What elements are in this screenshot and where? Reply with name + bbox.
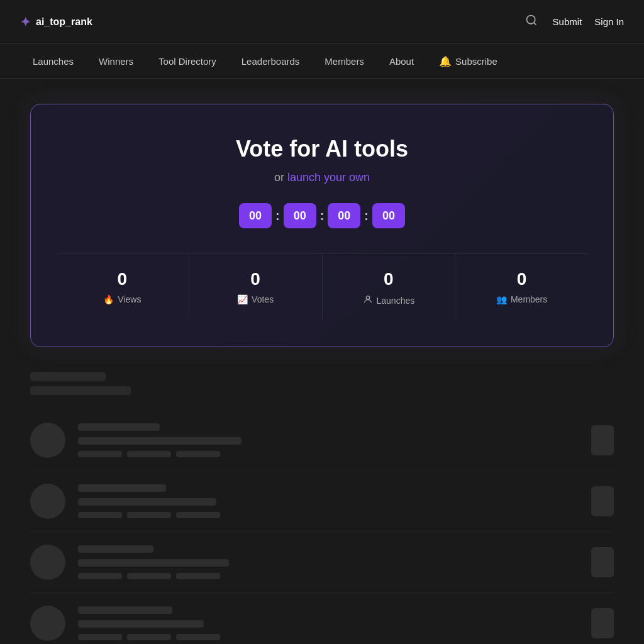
countdown-minutes: 00 xyxy=(284,203,316,228)
search-button[interactable] xyxy=(523,11,540,32)
stat-votes: 0 📈 Votes xyxy=(189,254,323,321)
skeleton-avatar-1 xyxy=(30,423,65,458)
skeleton-tag xyxy=(176,573,220,579)
skeleton-tag xyxy=(78,512,122,518)
stat-votes-number: 0 xyxy=(199,269,312,289)
skeleton-vote-4 xyxy=(591,608,614,638)
skeleton-tags-2 xyxy=(78,512,579,518)
skeleton-avatar-2 xyxy=(30,484,65,519)
hero-title: Vote for AI tools xyxy=(56,136,588,162)
stat-launches: 0 Launches xyxy=(323,254,456,321)
skeleton-tag xyxy=(176,512,220,518)
skeleton-tag xyxy=(127,573,171,579)
nav-item-members[interactable]: Members xyxy=(312,44,377,79)
submit-button[interactable]: Submit xyxy=(553,16,582,27)
skeleton-desc-1 xyxy=(78,437,242,445)
stat-launches-number: 0 xyxy=(333,269,445,289)
hero-subtitle-link[interactable]: launch your own xyxy=(287,171,370,184)
nav-item-tool-directory[interactable]: Tool Directory xyxy=(146,44,229,79)
logo-text: ai_top_rank xyxy=(36,16,92,28)
stat-votes-label: 📈 Votes xyxy=(199,294,312,304)
skeleton-tags-3 xyxy=(78,573,579,579)
skeleton-tag xyxy=(127,634,171,640)
stats-row: 0 🔥 Views 0 📈 Votes 0 xyxy=(56,253,588,321)
skeleton-header-2 xyxy=(30,386,131,395)
subscribe-nav-item[interactable]: 🔔 Subscribe xyxy=(426,44,510,79)
header: ✦ ai_top_rank Submit Sign In xyxy=(0,0,644,44)
stat-views: 0 🔥 Views xyxy=(56,254,189,321)
skeleton-title-4 xyxy=(78,606,172,614)
skeleton-header-1 xyxy=(30,372,106,381)
skeleton-tag xyxy=(78,451,122,457)
stat-members-number: 0 xyxy=(465,269,578,289)
stat-members: 0 👥 Members xyxy=(455,254,588,321)
members-icon: 👥 xyxy=(496,294,507,304)
countdown-hours: 00 xyxy=(239,203,272,228)
countdown-sep-3: : xyxy=(363,209,370,223)
skeleton-content-2 xyxy=(78,484,579,518)
stat-members-label: 👥 Members xyxy=(465,294,578,304)
skeleton-tag xyxy=(127,512,171,518)
signin-button[interactable]: Sign In xyxy=(594,16,624,27)
skeleton-content-1 xyxy=(78,423,579,457)
skeleton-title-2 xyxy=(78,484,166,492)
skeleton-vote-1 xyxy=(591,425,614,455)
skeleton-desc-2 xyxy=(78,498,216,506)
countdown-sep-1: : xyxy=(274,209,281,223)
logo-icon: ✦ xyxy=(20,14,31,30)
skeleton-tag xyxy=(78,634,122,640)
skeleton-desc-4 xyxy=(78,620,204,628)
list-item xyxy=(30,532,614,593)
logo[interactable]: ✦ ai_top_rank xyxy=(20,14,92,30)
stat-views-number: 0 xyxy=(66,269,179,289)
countdown-seconds: 00 xyxy=(328,203,360,228)
skeleton-desc-3 xyxy=(78,559,229,567)
nav-item-winners[interactable]: Winners xyxy=(86,44,146,79)
launches-icon xyxy=(363,294,373,306)
nav-item-leaderboards[interactable]: Leaderboards xyxy=(229,44,313,79)
bell-icon: 🔔 xyxy=(439,55,452,67)
hero-subtitle-text: or xyxy=(274,171,284,184)
list-item xyxy=(30,410,614,471)
hero-subtitle: or launch your own xyxy=(56,171,588,184)
hero-section: Vote for AI tools or launch your own 00 … xyxy=(0,79,644,360)
content-section xyxy=(0,360,644,644)
subscribe-label: Subscribe xyxy=(455,56,497,67)
skeleton-tags-1 xyxy=(78,451,579,457)
countdown-sep-2: : xyxy=(319,209,326,223)
skeleton-tag xyxy=(176,451,220,457)
skeleton-content-4 xyxy=(78,606,579,640)
skeleton-content-3 xyxy=(78,545,579,579)
stat-views-label: 🔥 Views xyxy=(66,294,179,304)
skeleton-avatar-3 xyxy=(30,545,65,580)
countdown-ms: 00 xyxy=(372,203,405,228)
skeleton-tag xyxy=(127,451,171,457)
skeleton-avatar-4 xyxy=(30,606,65,641)
list-item xyxy=(30,471,614,532)
nav-item-launches[interactable]: Launches xyxy=(20,44,86,79)
svg-line-1 xyxy=(533,23,536,25)
views-icon: 🔥 xyxy=(103,294,114,304)
skeleton-tag xyxy=(78,573,122,579)
skeleton-tags-4 xyxy=(78,634,579,640)
votes-icon: 📈 xyxy=(237,294,248,304)
svg-point-2 xyxy=(366,296,369,299)
skeleton-title-3 xyxy=(78,545,153,553)
countdown: 00 : 00 : 00 : 00 xyxy=(56,203,588,228)
header-right: Submit Sign In xyxy=(523,11,624,32)
hero-card: Vote for AI tools or launch your own 00 … xyxy=(30,104,614,347)
skeleton-vote-2 xyxy=(591,486,614,516)
skeleton-title-1 xyxy=(78,423,160,431)
stat-launches-label: Launches xyxy=(333,294,445,306)
nav-item-about[interactable]: About xyxy=(377,44,426,79)
skeleton-tag xyxy=(176,634,220,640)
nav: Launches Winners Tool Directory Leaderbo… xyxy=(0,44,644,79)
skeleton-vote-3 xyxy=(591,547,614,577)
list-item xyxy=(30,593,614,644)
svg-point-0 xyxy=(526,16,535,24)
